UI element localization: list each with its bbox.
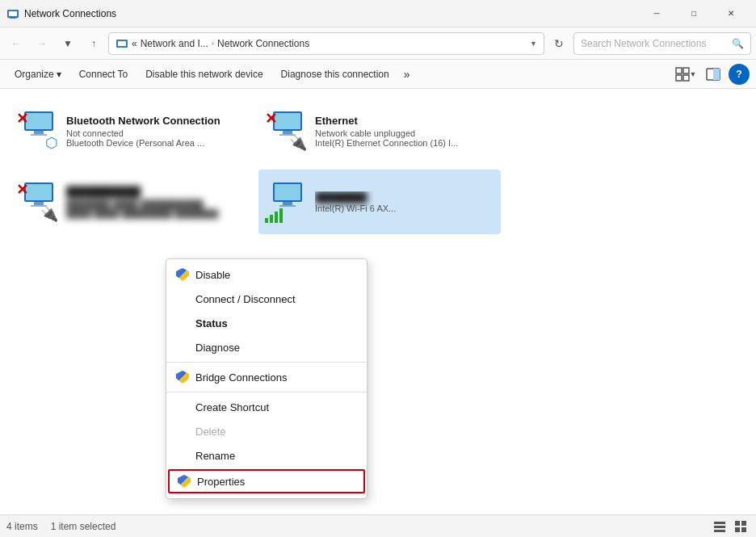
close-button[interactable]: ✕ — [712, 0, 750, 27]
more-button[interactable]: » — [399, 63, 415, 86]
search-input[interactable] — [581, 38, 729, 49]
connection-item-ethernet2[interactable]: ✕ 🔌 ██████████ ███████ ████ ██████████ █… — [10, 170, 252, 234]
diagnose-button[interactable]: Diagnose this connection — [273, 63, 397, 86]
pane-button[interactable] — [701, 63, 725, 86]
svg-rect-17 — [275, 113, 300, 129]
title-bar: Network Connections ─ □ ✕ — [0, 0, 756, 27]
list-view-icon — [713, 520, 726, 533]
separator-2 — [166, 392, 367, 392]
menu-item-bridge[interactable]: Bridge Connections — [166, 365, 367, 389]
svg-rect-32 — [714, 522, 725, 524]
bridge-label: Bridge Connections — [195, 371, 287, 384]
back-button[interactable]: ← — [5, 32, 27, 55]
wifi-computer-icon — [271, 181, 304, 210]
bluetooth-icon-wrapper: ✕ ⬡ — [16, 110, 58, 152]
svg-rect-34 — [714, 530, 725, 532]
svg-rect-13 — [26, 113, 52, 129]
status-list-view-button[interactable] — [711, 518, 729, 535]
status-grid-view-button[interactable] — [732, 518, 750, 535]
properties-shield-icon — [178, 475, 191, 488]
wifi-info: ███████ Intel(R) Wi-Fi 6 AX... — [315, 191, 494, 213]
more-label: » — [404, 68, 410, 81]
view-options-button[interactable]: ▼ — [674, 63, 698, 86]
wifi-icon-wrapper — [265, 181, 307, 223]
ethernet2-info: ██████████ ███████ ████ ██████████ ████ … — [66, 186, 246, 219]
menu-item-properties[interactable]: Properties — [168, 469, 365, 493]
wifi-type: Intel(R) Wi-Fi 6 AX... — [315, 203, 494, 213]
svg-rect-37 — [735, 527, 740, 532]
svg-rect-11 — [713, 69, 720, 80]
svg-rect-5 — [118, 41, 126, 46]
connection-item-bluetooth[interactable]: ✕ ⬡ Bluetooth Network Connection Not con… — [10, 99, 252, 163]
ethernet-icon-wrapper: ✕ 🔌 — [265, 110, 307, 152]
disconnect-x-icon: ✕ — [16, 110, 28, 128]
search-icon: 🔍 — [732, 38, 744, 49]
ethernet2-status: ███████ ████ ██████████ — [66, 199, 246, 209]
view-dropdown-arrow: ▼ — [690, 70, 697, 78]
selection-info: 1 item selected — [51, 521, 116, 532]
svg-rect-30 — [275, 212, 278, 223]
organize-button[interactable]: Organize ▾ — [6, 63, 69, 86]
menu-item-connect-disconnect[interactable]: Connect / Disconnect — [166, 287, 367, 311]
pane-icon — [706, 67, 720, 82]
refresh-button[interactable]: ↻ — [548, 32, 570, 55]
toolbar-right: ▼ ? — [674, 63, 750, 86]
organize-arrow: ▾ — [57, 69, 61, 80]
bridge-shield-icon — [176, 371, 189, 384]
svg-rect-9 — [683, 75, 689, 81]
connect-disconnect-label: Connect / Disconnect — [195, 293, 296, 305]
ethernet-info: Ethernet Network cable unplugged Intel(R… — [315, 115, 494, 148]
path-icon — [116, 37, 128, 50]
context-menu: Disable Connect / Disconnect Status Diag… — [166, 258, 368, 499]
menu-item-status[interactable]: Status — [166, 311, 367, 335]
delete-label: Delete — [195, 426, 226, 438]
status-bar: 4 items 1 item selected — [0, 514, 756, 537]
svg-rect-14 — [34, 131, 44, 134]
connection-item-wifi[interactable]: ███████ Intel(R) Wi-Fi 6 AX... — [258, 170, 501, 234]
diagnose-label: Diagnose — [195, 342, 240, 354]
up-button[interactable]: ↑ — [82, 32, 105, 55]
rename-label: Rename — [195, 450, 235, 462]
separator-1 — [166, 362, 367, 363]
ethernet-type: Intel(R) Ethernet Connection (16) I... — [315, 138, 494, 148]
menu-item-disable[interactable]: Disable — [166, 262, 367, 287]
svg-rect-21 — [26, 184, 52, 200]
disable-shield-icon — [176, 268, 189, 281]
properties-label: Properties — [197, 476, 245, 488]
organize-label: Organize — [15, 69, 54, 80]
menu-item-diagnose[interactable]: Diagnose — [166, 335, 367, 359]
ethernet-plug-icon: 🔌 — [289, 134, 307, 152]
status-label: Status — [195, 317, 228, 329]
path-part1: Network and I... — [141, 38, 208, 49]
help-button[interactable]: ? — [729, 64, 750, 85]
svg-rect-25 — [275, 184, 300, 200]
window-icon — [6, 7, 19, 20]
maximize-button[interactable]: □ — [675, 0, 712, 27]
svg-rect-36 — [741, 521, 746, 526]
svg-rect-33 — [714, 526, 725, 528]
main-content: ✕ ⬡ Bluetooth Network Connection Not con… — [0, 89, 756, 514]
address-bar: ← → ▼ ↑ « Network and I... › Network Con… — [0, 27, 756, 60]
svg-rect-15 — [31, 134, 47, 136]
search-box: 🔍 — [573, 32, 751, 55]
connect-to-button[interactable]: Connect To — [71, 63, 136, 86]
ethernet-status: Network cable unplugged — [315, 128, 494, 138]
ethernet2-plug-icon: 🔌 — [40, 205, 58, 223]
disable-button[interactable]: Disable this network device — [137, 63, 271, 86]
recent-button[interactable]: ▼ — [57, 32, 79, 55]
ethernet2-type: ████ ████ ████████ ███████ — [66, 209, 246, 219]
disable-label: Disable this network device — [145, 69, 262, 80]
wifi-name: ███████ — [315, 191, 494, 203]
connect-to-label: Connect To — [79, 69, 128, 80]
svg-rect-31 — [279, 208, 283, 223]
ethernet2-name: ██████████ — [66, 186, 246, 198]
menu-item-shortcut[interactable]: Create Shortcut — [166, 395, 367, 419]
title-bar-controls: ─ □ ✕ — [638, 0, 750, 27]
connection-item-ethernet[interactable]: ✕ 🔌 Ethernet Network cable unplugged Int… — [258, 99, 501, 163]
menu-item-rename[interactable]: Rename — [166, 443, 367, 468]
bluetooth-icon: ⬡ — [45, 134, 58, 152]
forward-button[interactable]: → — [31, 32, 53, 55]
minimize-button[interactable]: ─ — [638, 0, 675, 27]
address-path[interactable]: « Network and I... › Network Connections… — [108, 32, 544, 55]
path-dropdown-arrow[interactable]: ▼ — [530, 40, 537, 48]
